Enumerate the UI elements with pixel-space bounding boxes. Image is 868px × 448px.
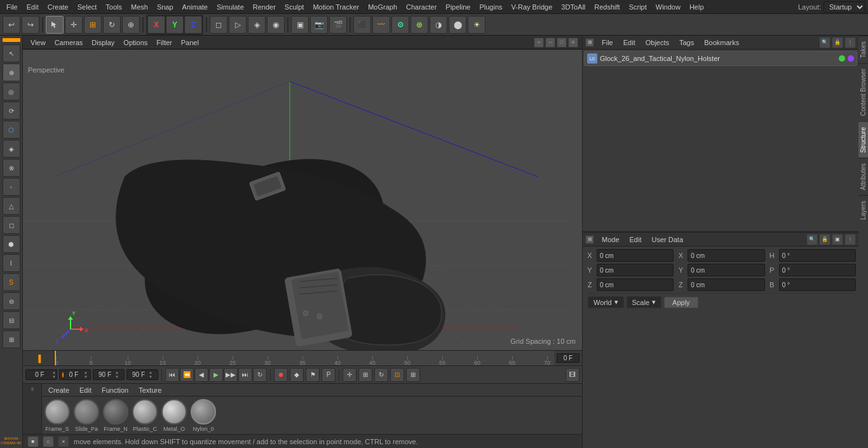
preview-start-field[interactable]: ▲ ▼	[59, 369, 91, 380]
am-lock-button[interactable]: 🔒	[819, 234, 831, 245]
am-menu-mode[interactable]: Mode	[599, 236, 622, 243]
start-frame-field[interactable]: ▲ ▼	[25, 369, 57, 380]
tool-15[interactable]: ⊟	[3, 311, 20, 329]
move-viewport-button[interactable]: ✛	[342, 368, 356, 382]
menu-mesh[interactable]: Mesh	[127, 2, 152, 12]
menu-plugins[interactable]: Plugins	[475, 2, 506, 12]
end-frame-field-2[interactable]: ▲ ▼	[126, 369, 158, 380]
axis-z-button[interactable]: Z	[184, 16, 202, 34]
tool-3[interactable]: ◎	[3, 83, 20, 100]
axis-x-button[interactable]: X	[147, 16, 165, 34]
coord-z-size-input[interactable]	[691, 282, 722, 288]
viewport-ctrl-1[interactable]: +	[534, 37, 544, 48]
coord-z-pos-input[interactable]	[600, 282, 632, 288]
spline-button[interactable]: 〰	[372, 16, 390, 34]
menu-tools[interactable]: Tools	[102, 2, 126, 12]
axis-y-button[interactable]: Y	[166, 16, 184, 34]
coord-z-pos-field[interactable]	[597, 278, 674, 291]
tool-4[interactable]: ⟳	[3, 102, 20, 119]
am-search-button[interactable]: 🔍	[806, 234, 818, 245]
coord-y-pos-input[interactable]	[600, 267, 632, 274]
generator-button[interactable]: ⚙	[391, 16, 409, 34]
menu-file[interactable]: File	[3, 2, 22, 12]
menu-mograph[interactable]: MoGraph	[364, 2, 401, 12]
scale-dropdown[interactable]: Scale ▾	[627, 296, 662, 308]
coord-x-pos-field[interactable]	[597, 249, 674, 262]
mat-menu-edit[interactable]: Edit	[77, 386, 94, 394]
undo-button[interactable]: ↩	[3, 16, 20, 34]
menu-redshift[interactable]: Redshift	[590, 2, 623, 12]
redo-button[interactable]: ↪	[22, 16, 39, 34]
om-menu-edit[interactable]: Edit	[621, 39, 638, 46]
coord-p-rot-input[interactable]	[782, 267, 814, 274]
viewport-3d[interactable]: X Y Z Grid Spacing : 10 cm Perspective	[23, 50, 582, 350]
coord-x-pos-input[interactable]	[600, 252, 632, 259]
tool-7[interactable]: ⊗	[3, 159, 20, 177]
material-metal-o[interactable]: Metal_O	[161, 399, 187, 432]
coord-z-size-field[interactable]	[688, 278, 764, 291]
material-plastic-c[interactable]: Plastic_C	[132, 399, 158, 432]
menu-simulate[interactable]: Simulate	[213, 2, 248, 12]
menu-script[interactable]: Script	[625, 2, 651, 12]
edge-mode-button[interactable]: ▷	[229, 16, 247, 34]
start-frame-stepper[interactable]: ▲ ▼	[52, 370, 56, 379]
end-frame-field-1[interactable]: ▲ ▼	[93, 369, 125, 380]
coord-y-pos-field[interactable]	[597, 264, 674, 276]
end-frame-input-1[interactable]	[96, 371, 114, 378]
menu-animate[interactable]: Animate	[179, 2, 212, 12]
am-more-button[interactable]: ⋮	[844, 234, 856, 245]
select-tool-button[interactable]	[46, 16, 64, 34]
coord-b-rot-input[interactable]	[782, 282, 814, 288]
menu-render[interactable]: Render	[249, 2, 280, 12]
end-frame-input-2[interactable]	[130, 371, 147, 378]
coord-h-rot-field[interactable]	[779, 249, 856, 262]
tool-11[interactable]: ⬢	[3, 235, 20, 253]
status-icon-3[interactable]: ×	[58, 437, 69, 447]
apply-button[interactable]: Apply	[664, 297, 698, 308]
viewport-menu-options[interactable]: Options	[119, 38, 151, 47]
keyframe-button[interactable]: ◆	[290, 368, 304, 382]
light-button[interactable]: ☀	[468, 16, 485, 34]
tool-6[interactable]: ◈	[3, 140, 20, 158]
coord-b-rot-field[interactable]	[779, 278, 856, 291]
coord-x-size-field[interactable]	[688, 249, 764, 262]
goto-start-button[interactable]: ⏮	[165, 368, 179, 382]
material-nylon-0[interactable]: Nylon_0	[191, 399, 216, 432]
om-item-glock[interactable]: L0 Glock_26_and_Tactical_Nylon_Holster	[584, 51, 857, 66]
om-menu-file[interactable]: File	[599, 39, 616, 46]
viewport-menu-filter[interactable]: Filter	[153, 38, 175, 47]
rotate-viewport-button[interactable]: ↻	[374, 368, 388, 382]
tab-structure[interactable]: Structure	[858, 121, 868, 158]
motion-button[interactable]: P	[322, 368, 336, 382]
timeline-view-button[interactable]: 🎞	[566, 368, 580, 382]
loop-button[interactable]: ↻	[253, 368, 267, 382]
coord-p-rot-field[interactable]	[779, 264, 856, 276]
mat-menu-texture[interactable]: Texture	[136, 386, 164, 394]
move-tool-button[interactable]: ✛	[65, 16, 83, 34]
render-view-button[interactable]: ▣	[291, 16, 309, 34]
viewport-ctrl-4[interactable]: ≡	[568, 37, 578, 48]
scene-button[interactable]: ◑	[430, 16, 447, 34]
menu-motion-tracker[interactable]: Motion Tracker	[309, 2, 363, 12]
menu-3dtoall[interactable]: 3DToAll	[557, 2, 589, 12]
material-frame-s[interactable]: Frame_S	[44, 399, 70, 432]
scale-tool-button[interactable]: ⊞	[84, 16, 102, 34]
menu-select[interactable]: Select	[74, 2, 101, 12]
menu-create[interactable]: Create	[44, 2, 72, 12]
tab-content-browser[interactable]: Content Browser	[858, 63, 868, 121]
tab-takes[interactable]: Takes	[858, 36, 868, 63]
camera-button[interactable]: ⬤	[449, 16, 466, 34]
viewport-menu-display[interactable]: Display	[88, 38, 118, 47]
menu-pipeline[interactable]: Pipeline	[442, 2, 474, 12]
mat-menu-function[interactable]: Function	[99, 386, 131, 394]
preview-start-stepper[interactable]: ▲ ▼	[84, 370, 88, 379]
grid-button[interactable]: ⊞	[406, 368, 420, 382]
snap-button[interactable]: ⊡	[390, 368, 404, 382]
viewport-menu-panel[interactable]: Panel	[177, 38, 203, 47]
auto-key-button[interactable]: ⚑	[306, 368, 320, 382]
tool-5[interactable]: ⬡	[3, 121, 20, 139]
am-menu-edit[interactable]: Edit	[627, 236, 644, 243]
coord-h-rot-input[interactable]	[782, 252, 814, 259]
rotate-tool-button[interactable]: ↻	[103, 16, 121, 34]
om-search-button[interactable]: 🔍	[819, 37, 831, 48]
